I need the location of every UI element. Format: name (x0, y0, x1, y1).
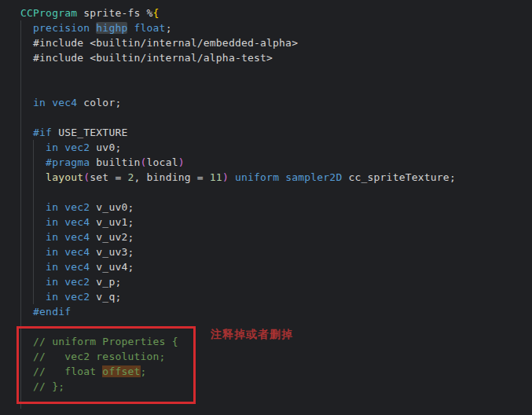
code-line: in vec4 color; (20, 95, 456, 110)
code-token: cc_spriteTexture; (342, 171, 455, 183)
code-token (20, 365, 33, 377)
code-token: builtin (90, 156, 140, 168)
code-token: vec2 (64, 201, 90, 213)
code-editor[interactable]: CCProgram sprite-fs %{ precision highp f… (0, 0, 532, 415)
code-token: sprite-fs (77, 7, 146, 19)
code-line: in vec2 uv0; (20, 140, 456, 155)
code-token (20, 336, 33, 347)
code-token: layout (46, 171, 83, 183)
code-token: , binding = (134, 171, 210, 183)
code-line: #include <builtin/internal/embedded-alph… (20, 35, 456, 50)
code-line: #endif (20, 304, 456, 319)
code-token (58, 276, 64, 288)
code-token (58, 261, 64, 273)
code-token (58, 231, 64, 243)
code-token: { (153, 7, 160, 19)
code-token: ; (141, 365, 147, 377)
code-line: layout(set = 2, binding = 11) uniform sa… (20, 170, 456, 185)
code-token: v_uv0; (90, 201, 134, 213)
code-token: in (46, 276, 58, 288)
code-line: in vec2 v_q; (20, 289, 456, 304)
code-line: #if USE_TEXTURE (20, 125, 456, 140)
code-token: #endif (33, 306, 71, 318)
code-token: in (46, 141, 58, 153)
code-token: // }; (33, 380, 64, 392)
code-token: 2 (127, 171, 134, 183)
code-token: vec2 (64, 276, 90, 288)
code-token: CCProgram (20, 7, 77, 19)
code-token (127, 22, 134, 34)
code-token: ( (141, 156, 147, 168)
code-token: v_q; (90, 291, 121, 303)
code-token (229, 171, 235, 183)
code-token: v_uv2; (90, 231, 134, 243)
code-token (58, 291, 64, 303)
code-line: #include <builtin/internal/alpha-test> (20, 50, 456, 65)
code-token: USE_TEXTURE (52, 127, 127, 138)
code-token (20, 380, 33, 392)
code-token: vec4 (64, 231, 90, 243)
code-line (20, 394, 456, 409)
code-token (20, 201, 46, 213)
code-token (58, 201, 64, 213)
code-token: ; (166, 22, 172, 34)
code-token: in (46, 231, 58, 243)
code-token: vec4 (52, 97, 77, 108)
code-token: #include <builtin/internal/alpha-test> (20, 52, 273, 64)
code-line: CCProgram sprite-fs %{ (20, 6, 456, 20)
code-line: // vec2 resolution; (20, 349, 456, 364)
code-token (20, 216, 46, 228)
code-token: in (46, 246, 58, 258)
code-token (20, 246, 46, 258)
code-token: ) (178, 156, 185, 168)
code-line: precision highp float; (20, 20, 456, 35)
code-line: in vec2 v_p; (20, 274, 456, 289)
code-token: v_uv1; (90, 216, 134, 228)
code-lines: CCProgram sprite-fs %{ precision highp f… (20, 6, 456, 409)
code-token: #pragma (46, 156, 90, 168)
highlighted-token: offset (102, 365, 140, 377)
code-token (20, 127, 33, 138)
code-token: ) (222, 171, 229, 183)
code-token: v_uv3; (90, 246, 134, 258)
code-token (279, 171, 285, 183)
code-token: float (134, 22, 166, 34)
code-line: #pragma builtin(local) (20, 155, 456, 170)
code-token (20, 156, 46, 168)
code-token: v_uv4; (90, 261, 134, 273)
code-token (58, 216, 64, 228)
code-token: vec2 (64, 141, 90, 153)
code-line (20, 80, 456, 95)
code-token: in (33, 97, 46, 108)
code-token: % (147, 7, 153, 19)
code-line (20, 185, 456, 200)
code-token (20, 141, 46, 153)
code-token: #if (33, 127, 52, 138)
code-token (20, 231, 46, 243)
annotation-note: 注释掉或者删掉 (211, 328, 293, 342)
code-token: uniform (235, 171, 279, 183)
code-token: in (46, 261, 58, 273)
code-token: // float (33, 365, 102, 377)
code-token: color; (77, 97, 121, 108)
code-token: uv0; (90, 141, 121, 153)
code-token (20, 171, 46, 183)
code-token: vec4 (64, 246, 90, 258)
code-token (20, 306, 33, 318)
code-token: set = (90, 171, 127, 183)
code-token: // uniform Properties { (33, 336, 178, 347)
code-token: local (147, 156, 178, 168)
code-token: in (46, 216, 58, 228)
code-token (20, 22, 33, 34)
code-token: in (46, 201, 58, 213)
code-token (20, 291, 46, 303)
code-token: // vec2 resolution; (33, 351, 166, 362)
code-token (20, 351, 33, 362)
code-token: in (46, 291, 58, 303)
code-token (20, 261, 46, 273)
code-line: in vec4 v_uv3; (20, 244, 456, 259)
code-token (58, 141, 64, 153)
code-token: #include <builtin/internal/embedded-alph… (20, 37, 298, 49)
code-line (20, 110, 456, 125)
code-line (20, 65, 456, 80)
